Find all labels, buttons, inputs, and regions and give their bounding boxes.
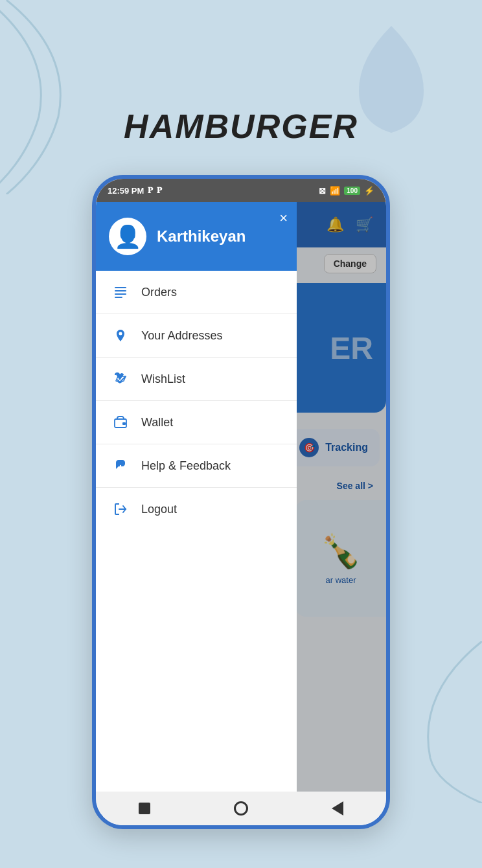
orders-icon — [111, 285, 130, 299]
phone-frame: 12:59 PM 𝐏 𝐏 ⊠ 📶 100 ⚡ 🔔 🛒 Change ER — [92, 175, 390, 829]
charge-icon: ⚡ — [364, 186, 374, 196]
navigation-drawer: 👤 Karthikeyan × Orders — [96, 202, 297, 792]
bg-curve-left-decoration — [0, 0, 130, 194]
wishlist-label: WishList — [141, 372, 185, 386]
page-title: HAMBURGER — [124, 107, 358, 146]
status-icon-p2: 𝐏 — [157, 185, 162, 196]
orders-label: Orders — [141, 286, 177, 299]
logout-icon — [111, 502, 130, 516]
svg-rect-0 — [115, 287, 126, 288]
menu-item-addresses[interactable]: Your Addresses — [96, 314, 297, 358]
nav-back-icon — [332, 801, 343, 816]
help-label: Help & Feedback — [141, 459, 231, 473]
addresses-label: Your Addresses — [141, 329, 222, 343]
nav-square-button[interactable] — [130, 794, 159, 823]
wallet-icon — [111, 415, 130, 429]
menu-item-orders[interactable]: Orders — [96, 271, 297, 314]
menu-item-wallet[interactable]: Wallet — [96, 401, 297, 444]
svg-point-6 — [120, 465, 121, 466]
battery-indicator: 100 — [344, 187, 360, 195]
nav-back-button[interactable] — [323, 794, 352, 823]
drawer-menu: Orders Your Addresses — [96, 271, 297, 792]
addresses-icon — [111, 328, 130, 343]
status-bar: 12:59 PM 𝐏 𝐏 ⊠ 📶 100 ⚡ — [96, 179, 386, 202]
help-icon — [111, 459, 130, 473]
menu-item-help[interactable]: Help & Feedback — [96, 444, 297, 488]
menu-item-logout[interactable]: Logout — [96, 488, 297, 531]
avatar: 👤 — [109, 218, 146, 255]
wifi-icon: 📶 — [330, 186, 340, 196]
svg-rect-5 — [122, 422, 126, 425]
block-icon: ⊠ — [319, 186, 326, 196]
svg-rect-1 — [115, 290, 126, 291]
nav-circle-icon — [234, 801, 248, 816]
status-left: 12:59 PM 𝐏 𝐏 — [108, 185, 162, 196]
nav-home-button[interactable] — [227, 794, 255, 823]
status-time: 12:59 PM — [108, 186, 144, 196]
avatar-icon: 👤 — [114, 223, 141, 249]
wishlist-icon — [111, 372, 130, 386]
close-drawer-button[interactable]: × — [279, 211, 288, 225]
menu-item-wishlist[interactable]: WishList — [96, 358, 297, 401]
logout-label: Logout — [141, 503, 177, 516]
svg-rect-3 — [115, 297, 122, 298]
svg-rect-2 — [115, 293, 126, 295]
wallet-label: Wallet — [141, 416, 173, 429]
nav-square-icon — [139, 803, 150, 814]
bottom-navigation — [96, 792, 386, 825]
user-name: Karthikeyan — [157, 227, 246, 246]
status-icon-p1: 𝐏 — [148, 185, 153, 196]
status-right: ⊠ 📶 100 ⚡ — [319, 186, 374, 196]
drawer-header: 👤 Karthikeyan × — [96, 202, 297, 271]
